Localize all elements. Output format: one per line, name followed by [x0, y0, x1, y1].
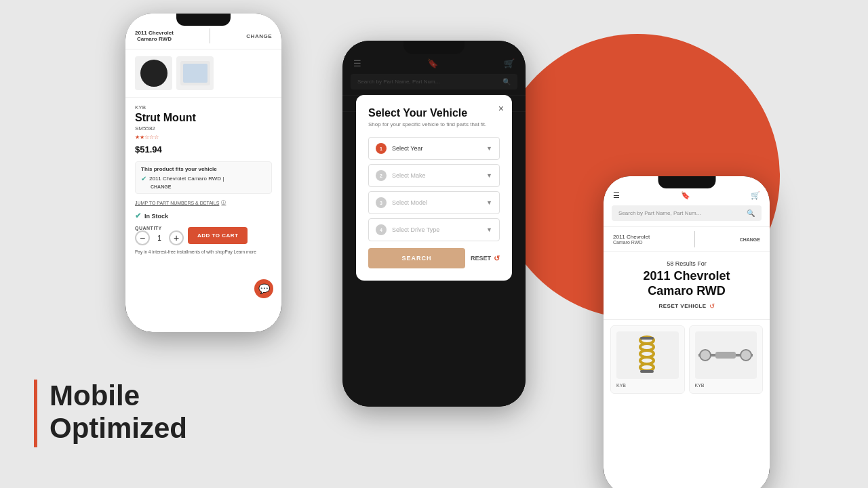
right-search-text: Search by Part Name, Part Num...: [618, 210, 747, 216]
right-vehicle-info: 2011 Chevrolet Camaro RWD: [613, 234, 650, 245]
quantity-decrease-button[interactable]: −: [135, 230, 150, 245]
right-search-bar[interactable]: Search by Part Name, Part Num... 🔍: [612, 205, 762, 221]
modal-reset-button[interactable]: RESET ↺: [471, 248, 500, 268]
axle-svg: [695, 345, 756, 365]
svg-point-8: [700, 350, 711, 361]
quantity-add-row: QUANTITY − 1 + ADD TO CART: [135, 226, 272, 245]
svg-rect-5: [640, 337, 654, 340]
check-icon: ✔: [141, 175, 146, 182]
right-vehicle-bar: 2011 Chevrolet Camaro RWD CHANGE: [604, 226, 770, 252]
svg-point-9: [741, 350, 751, 361]
model-dropdown-text: Select Model: [392, 199, 486, 206]
product-brand: KYB: [135, 104, 272, 110]
right-hamburger-icon[interactable]: ☰: [613, 191, 620, 200]
drive-type-dropdown[interactable]: 4 Select Drive Type ▼: [368, 218, 500, 241]
modal-search-button[interactable]: SEARCH: [368, 248, 465, 268]
svg-point-4: [640, 364, 654, 371]
year-dropdown-arrow: ▼: [486, 145, 492, 152]
modal-close-button[interactable]: ×: [498, 103, 504, 114]
phone-center: ☰ 🔖 🛒 Search by Part Name, Part Num... 🔍…: [342, 41, 526, 407]
make-dropdown-text: Select Make: [392, 172, 486, 179]
map-image: [180, 61, 210, 85]
product-price: $51.94: [135, 144, 272, 155]
shop-pay-info: Pay in 4 interest-free installments of w…: [135, 249, 272, 254]
year-dropdown-num: 1: [376, 143, 387, 154]
divider: [210, 28, 210, 43]
right-bookmark-icon[interactable]: 🔖: [681, 191, 690, 200]
right-divider: [694, 231, 695, 247]
model-dropdown-num: 3: [376, 197, 387, 208]
chat-button[interactable]: 💬: [254, 279, 273, 298]
center-screen-content: ☰ 🔖 🛒 Search by Part Name, Part Num... 🔍…: [342, 41, 526, 407]
results-divider: [604, 319, 770, 320]
fits-row: ✔ 2011 Chevrolet Camaro RWD |: [141, 175, 266, 182]
right-search-icon: 🔍: [747, 209, 755, 217]
mobile-optimized-section: Mobile Optimized: [34, 380, 187, 447]
fits-title: This product fits your vehicle: [141, 166, 266, 172]
product-content: KYB Strut Mount SM5582 ★★☆☆☆ $51.94 This…: [125, 98, 281, 261]
vehicle-select-modal: × Select Your Vehicle Shop for your spec…: [356, 95, 512, 281]
svg-rect-6: [640, 370, 654, 373]
quantity-increase-button[interactable]: +: [169, 230, 184, 245]
add-to-cart-button[interactable]: ADD TO CART: [188, 227, 248, 244]
drive-type-dropdown-text: Select Drive Type: [392, 226, 486, 233]
results-count: 58 Results For: [613, 260, 760, 267]
info-icon: ⓘ: [221, 199, 226, 206]
change-button[interactable]: CHANGE: [246, 33, 272, 39]
quantity-value: 1: [150, 235, 169, 242]
make-dropdown-arrow: ▼: [486, 172, 492, 179]
phone-left-screen: 2011 Chevrolet Camaro RWD CHANGE KYB Str…: [125, 14, 281, 332]
in-stock-icon: ✔: [135, 211, 141, 220]
phone-center-screen: ☰ 🔖 🛒 Search by Part Name, Part Num... 🔍…: [342, 41, 526, 407]
quantity-label: QUANTITY: [135, 226, 184, 230]
phone-right: ☰ 🔖 🛒 Search by Part Name, Part Num... 🔍…: [604, 176, 770, 488]
phone-right-screen: ☰ 🔖 🛒 Search by Part Name, Part Num... 🔍…: [604, 176, 770, 488]
products-grid: KYB KYB: [604, 325, 770, 394]
right-cart-icon[interactable]: 🛒: [751, 191, 760, 200]
right-vehicle-name-line2: Camaro RWD: [613, 240, 650, 245]
right-change-button[interactable]: CHANGE: [740, 237, 760, 242]
product-card-2[interactable]: KYB: [689, 325, 764, 394]
reset-vehicle-row: RESET VEHICLE ↺: [613, 302, 760, 310]
product-title: Strut Mount: [135, 112, 272, 124]
brake-image: [140, 60, 167, 87]
modal-title: Select Your Vehicle: [368, 107, 500, 119]
results-section: 58 Results For 2011 ChevroletCamaro RWD …: [604, 252, 770, 314]
reset-vehicle-icon: ↺: [709, 302, 715, 310]
results-vehicle: 2011 ChevroletCamaro RWD: [613, 269, 760, 298]
year-dropdown[interactable]: 1 Select Year ▼: [368, 137, 500, 160]
product-image-2: [176, 56, 214, 90]
product-image-axle: [695, 331, 757, 379]
make-dropdown-num: 2: [376, 170, 387, 181]
in-stock-indicator: ✔ In Stock: [135, 211, 272, 220]
quantity-controls: − 1 +: [135, 230, 184, 245]
quantity-section: QUANTITY − 1 +: [135, 226, 184, 245]
year-dropdown-text: Select Year: [392, 145, 486, 152]
phone-right-notch: [658, 176, 715, 188]
modal-buttons: SEARCH RESET ↺: [368, 248, 500, 268]
orange-accent-bar: [34, 380, 37, 447]
product-image-spring: [616, 331, 679, 379]
mobile-optimized-text: Mobile Optimized: [50, 380, 187, 445]
right-vehicle-name-line1: 2011 Chevrolet: [613, 234, 650, 240]
jump-to-link[interactable]: JUMP TO PART NUMBERS & DETAILS ⓘ: [135, 199, 272, 206]
drive-type-dropdown-arrow: ▼: [486, 226, 492, 233]
spring-svg: [629, 333, 666, 378]
product-card-1[interactable]: KYB: [610, 325, 685, 394]
modal-subtitle: Shop for your specific vehicle to find p…: [368, 121, 500, 127]
svg-rect-10: [715, 352, 736, 359]
model-dropdown[interactable]: 3 Select Model ▼: [368, 191, 500, 214]
reset-vehicle-text[interactable]: RESET VEHICLE: [658, 303, 706, 309]
product-sku: SM5582: [135, 125, 272, 131]
model-dropdown-arrow: ▼: [486, 199, 492, 206]
vehicle-info: 2011 Chevrolet Camaro RWD: [135, 30, 174, 42]
product-image-1: [135, 56, 172, 90]
phone-center-notch: [403, 41, 465, 54]
modal-overlay: × Select Your Vehicle Shop for your spec…: [342, 41, 526, 407]
fits-vehicle-box: This product fits your vehicle ✔ 2011 Ch…: [135, 161, 272, 194]
chat-icon: 💬: [258, 283, 270, 294]
reset-icon: ↺: [494, 254, 500, 263]
fits-change-link[interactable]: CHANGE: [141, 184, 266, 189]
product-1-brand: KYB: [616, 383, 679, 388]
make-dropdown[interactable]: 2 Select Make ▼: [368, 164, 500, 187]
